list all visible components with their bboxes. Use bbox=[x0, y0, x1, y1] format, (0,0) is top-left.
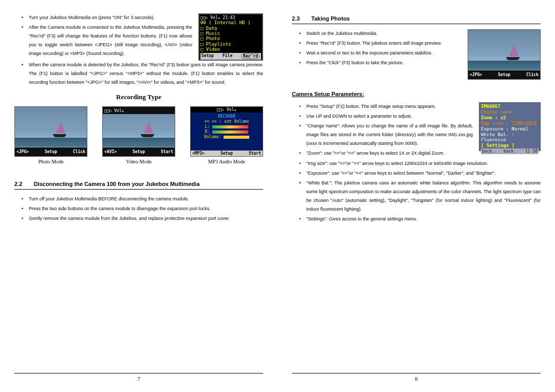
list-item: Turn off your Jukebox Multimedia BEFORE … bbox=[29, 195, 263, 203]
screen-item: □ Music bbox=[200, 31, 261, 36]
screen-item: □ Playlists bbox=[200, 42, 261, 47]
page-number: 7 bbox=[14, 373, 263, 382]
camera-setup-head: Camera Setup Parameters: bbox=[292, 91, 541, 97]
list-item: "Settings": Gives access to the general … bbox=[306, 215, 541, 223]
mp3-preview-screenshot: □□▷ Vol▴ REC0000 << >> : set Volume L: R… bbox=[190, 106, 263, 157]
page-number: 8 bbox=[292, 373, 541, 382]
intro-item: After the Camera module is connected to … bbox=[29, 23, 192, 58]
screen-item: □ Photo bbox=[200, 36, 261, 41]
mp3-mode: □□▷ Vol▴ REC0000 << >> : set Volume L: R… bbox=[190, 106, 263, 164]
setup-title: IMG0057 bbox=[481, 104, 539, 109]
screen-item: □ Video bbox=[200, 47, 261, 52]
list-item: Gently remove the camera module from the… bbox=[29, 214, 263, 223]
list-item: Press the two side buttons on the camera… bbox=[29, 204, 263, 213]
list-item: "White Bal.": The jukebox camera uses an… bbox=[306, 179, 541, 214]
screen-root-line: 00 ( Internal HD ) bbox=[200, 20, 261, 25]
photo-preview-screenshot: <JPG> Setup Click bbox=[14, 106, 87, 157]
intro-item: When the camera module is detected by th… bbox=[29, 61, 263, 87]
intro-list-cont: When the camera module is detected by th… bbox=[14, 61, 263, 87]
taking-photo-preview: <JPG> Setup Click bbox=[468, 29, 541, 80]
setup-panel-screenshot: IMG0057 Change name Zoom : x2 Img size :… bbox=[479, 102, 541, 151]
screen-statusbar: □□▷ Vol▴ 21:43 bbox=[200, 15, 261, 20]
video-preview-screenshot: □□▷ Vol▴ <AVI> Setup Start bbox=[102, 106, 175, 157]
section-2-3-head: 2.3 Taking Photos bbox=[292, 13, 541, 24]
intro-item: Turn your Jukebox Multimedia on (press "… bbox=[29, 13, 192, 22]
page-8: 2.3 Taking Photos <JPG> Setup Click Swit… bbox=[278, 0, 555, 392]
intro-list: Turn your Jukebox Multimedia on (press "… bbox=[14, 13, 192, 59]
page-7: Turn your Jukebox Multimedia on (press "… bbox=[0, 0, 278, 392]
list-item: "Img size": use ">>"or "<<" arrow keys t… bbox=[306, 159, 541, 168]
mode-caption: Video Mode bbox=[102, 159, 175, 164]
recording-type-title: Recording Type bbox=[14, 93, 263, 101]
mode-caption: MP3 Audio Mode bbox=[190, 159, 263, 164]
photo-mode: <JPG> Setup Click Photo Mode bbox=[14, 106, 87, 164]
mode-caption: Photo Mode bbox=[14, 159, 87, 164]
screen-softkeys: Setup File Rec'rd bbox=[200, 53, 261, 60]
list-item: "Exposure": use ">>"or "<<" arrow keys t… bbox=[306, 169, 541, 178]
screen-item: □ Data bbox=[200, 26, 261, 31]
section-2-2-head: 2.2 Disconnecting the Camera 100 from yo… bbox=[14, 179, 263, 190]
section-2-2-list: Turn off your Jukebox Multimedia BEFORE … bbox=[14, 195, 263, 223]
video-mode: □□▷ Vol▴ <AVI> Setup Start Video Mode bbox=[102, 106, 175, 164]
device-menu-screenshot: □□▷ Vol▴ 21:43 00 ( Internal HD ) □ Data… bbox=[198, 13, 263, 61]
mode-row: <JPG> Setup Click Photo Mode □□▷ Vol▴ <A… bbox=[14, 106, 263, 164]
